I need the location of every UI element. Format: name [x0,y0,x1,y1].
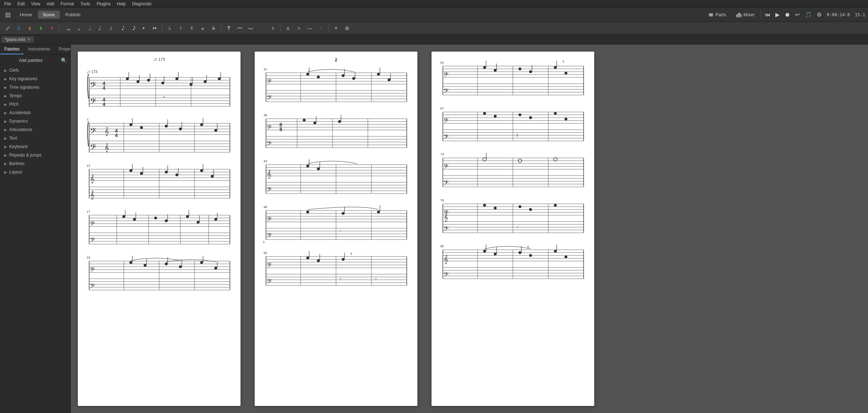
palette-accidentals[interactable]: ▶ Accidentals [0,108,70,117]
svg-point-306 [317,259,320,262]
parts-button[interactable]: Parts [705,11,729,19]
parts-mixer-area: Parts Mixer [705,11,758,19]
palette-repeats-jumps[interactable]: ▶ Repeats & jumps [0,151,70,159]
record-button[interactable]: ⏺ [783,11,792,19]
voice3-btn[interactable]: 3 [36,23,46,33]
grid-menu-icon[interactable] [3,10,13,20]
svg-rect-0 [6,13,7,14]
sidebar-tab-palettes[interactable]: Palettes [0,45,24,54]
svg-text:85: 85 [440,244,444,248]
rewind-button[interactable]: ⏮ [763,11,772,19]
svg-point-55 [204,80,207,83]
voice2-btn[interactable]: 2 [25,23,35,33]
svg-point-57 [218,77,221,80]
loop-button[interactable]: ↩ [793,11,802,19]
barlines-label: Barlines [9,161,24,166]
note-16th-btn[interactable]: 𝅗𝅥 [84,23,94,33]
play-button[interactable]: ▶ [774,11,781,19]
sidebar-tab-properties[interactable]: Properties [54,45,71,54]
menu-add[interactable]: Add [44,1,57,7]
flat-btn[interactable]: ♭ [165,23,175,33]
tenuto-btn[interactable]: — [305,23,315,33]
score-page-2: 2 31 [255,52,417,406]
score-file-tab[interactable]: *piano.mid ✕ [1,36,34,43]
mixer-button[interactable]: Mixer [733,11,758,19]
flip-btn[interactable] [224,23,234,33]
svg-rect-1 [7,13,8,14]
voice4-btn[interactable]: 4 [47,23,57,33]
sidebar-tab-instruments[interactable]: Instruments [24,45,54,54]
svg-point-175 [144,264,146,267]
text-label: Text [9,136,17,141]
barlines-arrow: ▶ [4,162,7,166]
tie-btn[interactable] [235,23,245,33]
palette-articulations[interactable]: ▶ Articulations [0,125,70,134]
svg-point-177 [165,262,168,265]
tuplet-btn[interactable]: 3 [268,23,278,33]
menu-format[interactable]: Format [58,1,77,7]
note-half-btn[interactable]: 𝅘𝅥𝅮 [117,23,127,33]
sharp-btn[interactable]: ♯ [187,23,197,33]
add-btn[interactable]: + [331,23,341,33]
palette-clefs[interactable]: ▶ Clefs [0,66,70,75]
tab-score[interactable]: Score [38,11,60,19]
palette-tempo[interactable]: ▶ Tempo [0,92,70,100]
menu-view[interactable]: View [28,1,43,7]
marcato-btn[interactable]: ∧ [283,23,293,33]
tab-publish[interactable]: Publish [60,11,86,19]
note-32nd-btn[interactable]: 𝅝 [73,23,83,33]
metronome-button[interactable]: 🎵 [803,11,814,19]
menu-plugins[interactable]: Plugins [94,1,113,7]
svg-point-113 [140,172,143,175]
tab-bar: *piano.mid ✕ [0,35,868,45]
svg-point-388 [554,158,557,161]
svg-point-434 [494,253,497,255]
add-palettes-label: Add palettes [3,58,59,63]
customize-btn[interactable]: ⚙ [342,23,352,33]
menu-help[interactable]: Help [114,1,129,7]
svg-point-115 [165,171,168,173]
svg-point-142 [122,215,125,218]
svg-text:𝄢: 𝄢 [444,117,449,126]
note-double-dotted-btn[interactable]: •• [150,23,160,33]
menu-diagnostic[interactable]: Diagnostic [129,1,155,7]
edit-mode-btn[interactable] [3,23,13,33]
note-quarter-btn[interactable]: ♪ [106,23,116,33]
score-svg-page1: ♩= 173 [83,63,235,303]
note-8th-btn[interactable]: ♩ [95,23,105,33]
slur-btn[interactable] [246,23,256,33]
palette-pitch[interactable]: ▶ Pitch [0,100,70,108]
menu-tools[interactable]: Tools [77,1,93,7]
articulations-arrow: ▶ [4,128,7,132]
palette-text[interactable]: ▶ Text [0,134,70,142]
svg-point-304 [306,256,309,259]
note-whole-btn[interactable]: 𝅘𝅥𝅯 [128,23,138,33]
score-filename: *piano.mid [5,37,25,42]
natural-btn[interactable]: ♮ [176,23,186,33]
accent-btn[interactable]: > [294,23,304,33]
double-flat-btn[interactable]: 𝄫 [209,23,219,33]
voice1-btn[interactable]: 1 [14,23,24,33]
svg-text:𝄢: 𝄢 [90,236,95,245]
palette-dynamics[interactable]: ▶ Dynamics [0,117,70,125]
tab-home[interactable]: Home [15,11,37,19]
svg-point-210 [377,73,380,76]
settings-button[interactable]: ⚙ [815,11,823,19]
svg-rect-2 [9,13,10,14]
close-tab-icon[interactable]: ✕ [27,37,30,42]
palette-layout[interactable]: ▶ Layout [0,168,70,176]
palette-barlines[interactable]: ▶ Barlines [0,159,70,168]
menu-file[interactable]: File [1,1,14,7]
palette-keyboard[interactable]: ▶ Keyboard [0,142,70,151]
svg-point-360 [483,112,486,115]
staccato-btn[interactable]: · [316,23,326,33]
double-sharp-btn[interactable]: 𝄪 [198,23,208,33]
score-area[interactable]: ♩= 173 ♩= 173 [71,45,868,413]
beam-btn[interactable]: 𝅭 [257,23,267,33]
palette-search-button[interactable]: 🔍 [60,57,68,64]
note-64th-btn[interactable]: 𝅜 [62,23,72,33]
palette-key-signatures[interactable]: ▶ Key signatures [0,75,70,83]
menu-edit[interactable]: Edit [15,1,28,7]
note-dotted-btn[interactable]: • [139,23,149,33]
palette-time-signatures[interactable]: ▶ Time signatures [0,83,70,92]
